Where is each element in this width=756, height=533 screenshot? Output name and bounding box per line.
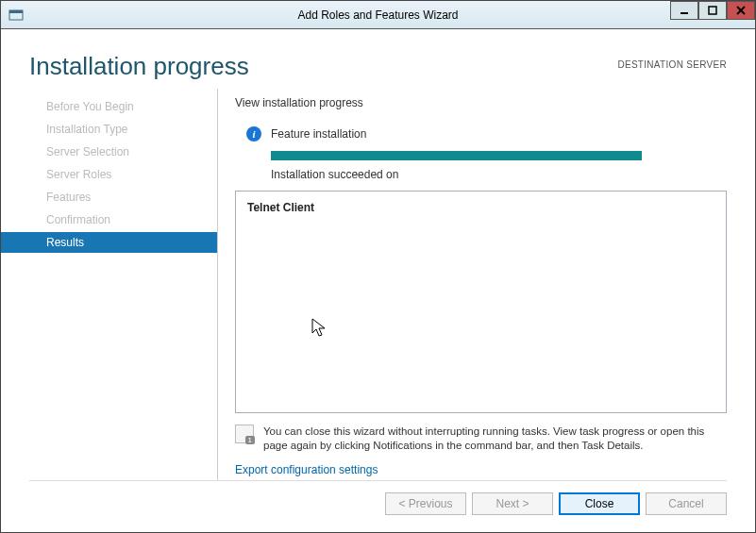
sidebar-item-features: Features bbox=[29, 187, 217, 208]
close-button[interactable]: Close bbox=[559, 492, 640, 515]
progress-bar bbox=[271, 151, 642, 160]
window-title: Add Roles and Features Wizard bbox=[297, 8, 458, 22]
page-title: Installation progress bbox=[29, 52, 249, 81]
sidebar-item-server-roles: Server Roles bbox=[29, 164, 217, 185]
status-row: i Feature installation bbox=[246, 126, 727, 142]
sidebar-item-results: Results bbox=[1, 232, 217, 253]
note-row: You can close this wizard without interr… bbox=[235, 425, 727, 454]
close-window-button[interactable] bbox=[727, 1, 755, 20]
previous-button: < Previous bbox=[385, 492, 466, 515]
sidebar-item-installation-type: Installation Type bbox=[29, 119, 217, 140]
cancel-button: Cancel bbox=[646, 492, 727, 515]
results-box: Telnet Client bbox=[235, 191, 727, 413]
titlebar-buttons bbox=[670, 1, 755, 28]
flag-notification-icon bbox=[235, 425, 254, 443]
main-area: Before You Begin Installation Type Serve… bbox=[1, 89, 755, 480]
minimize-button[interactable] bbox=[670, 1, 698, 20]
sidebar-item-before-you-begin: Before You Begin bbox=[29, 96, 217, 117]
titlebar: Add Roles and Features Wizard bbox=[1, 1, 755, 29]
button-row: < Previous Next > Close Cancel bbox=[1, 481, 755, 532]
result-item: Telnet Client bbox=[247, 201, 714, 214]
next-button: Next > bbox=[472, 492, 553, 515]
svg-rect-1 bbox=[9, 10, 23, 13]
export-configuration-link[interactable]: Export configuration settings bbox=[235, 463, 727, 476]
note-text: You can close this wizard without interr… bbox=[263, 425, 727, 454]
app-icon bbox=[8, 8, 24, 23]
sidebar-item-confirmation: Confirmation bbox=[29, 209, 217, 230]
view-progress-label: View installation progress bbox=[235, 96, 727, 109]
sidebar-item-server-selection: Server Selection bbox=[29, 142, 217, 162]
header-row: Installation progress DESTINATION SERVER bbox=[1, 29, 755, 89]
right-pane: View installation progress i Feature ins… bbox=[218, 89, 755, 480]
status-heading: Feature installation bbox=[271, 127, 366, 141]
wizard-content: Installation progress DESTINATION SERVER… bbox=[1, 29, 755, 532]
destination-server-label: DESTINATION SERVER bbox=[617, 59, 727, 70]
wizard-sidebar: Before You Begin Installation Type Serve… bbox=[29, 89, 218, 480]
info-icon: i bbox=[246, 126, 261, 142]
maximize-button[interactable] bbox=[698, 1, 727, 20]
svg-rect-3 bbox=[709, 7, 716, 14]
succeeded-text: Installation succeeded on bbox=[271, 168, 727, 181]
